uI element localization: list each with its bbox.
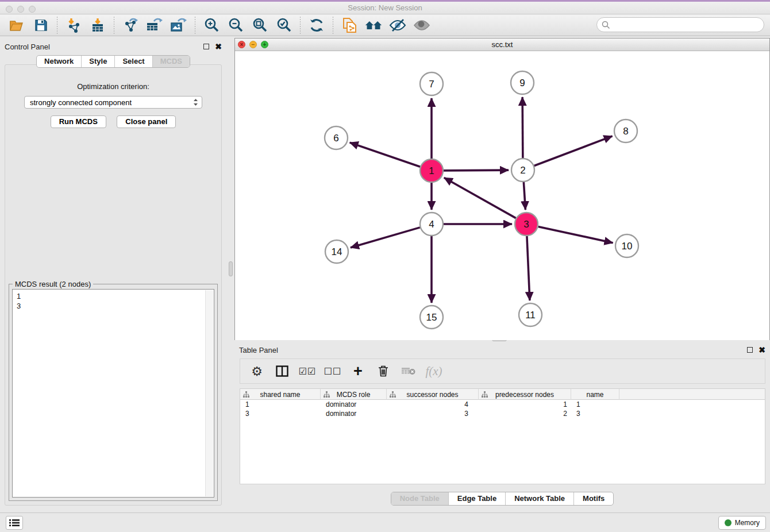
split-table-view-icon[interactable]: [272, 361, 292, 381]
table-cell[interactable]: 3: [571, 409, 619, 418]
tab-edge-table[interactable]: Edge Table: [448, 492, 505, 505]
graph-node-8[interactable]: 8: [614, 119, 637, 142]
first-neighbors-icon[interactable]: [365, 17, 382, 34]
edge-3-1[interactable]: [444, 178, 516, 218]
graph-node-6[interactable]: 6: [325, 126, 348, 149]
search-box[interactable]: [596, 17, 764, 32]
graph-node-3[interactable]: 3: [515, 213, 538, 236]
table-cell[interactable]: 4: [387, 400, 479, 409]
zoom-out-icon[interactable]: [227, 17, 244, 34]
column-header-predecessor-nodes[interactable]: predecessor nodes: [479, 389, 571, 400]
table-row[interactable]: 3dominator323: [240, 409, 765, 418]
edge-3-11[interactable]: [527, 236, 530, 300]
edge-1-2[interactable]: [444, 170, 509, 171]
zoom-in-icon[interactable]: [203, 17, 220, 34]
zoom-fit-icon[interactable]: [251, 17, 268, 34]
mcds-result-values: 1 3: [13, 290, 214, 313]
edge-2-9[interactable]: [522, 97, 523, 158]
edge-4-14[interactable]: [351, 228, 420, 248]
import-network-icon[interactable]: [65, 17, 82, 34]
zoom-selected-icon[interactable]: [275, 17, 292, 34]
table-cell[interactable]: dominator: [321, 400, 387, 409]
table-cell[interactable]: 3: [240, 409, 321, 418]
tab-style[interactable]: Style: [81, 56, 114, 67]
result-scrollbar[interactable]: [205, 290, 213, 496]
table-cell[interactable]: 1: [479, 400, 571, 409]
mcds-result-textarea[interactable]: 1 3: [12, 289, 214, 498]
export-network-icon[interactable]: [122, 17, 139, 34]
column-header-successor-nodes[interactable]: successor nodes: [387, 389, 479, 400]
edge-2-3[interactable]: [523, 182, 525, 210]
graph-node-14[interactable]: 14: [325, 240, 348, 263]
refresh-view-icon[interactable]: [308, 17, 325, 34]
svg-text:1: 1: [429, 165, 434, 176]
svg-text:7: 7: [429, 79, 434, 90]
graph-node-2[interactable]: 2: [511, 159, 534, 182]
graph-node-1[interactable]: 1: [420, 159, 443, 182]
edge-2-8[interactable]: [534, 136, 613, 166]
select-all-columns-icon[interactable]: ☑☑: [298, 361, 317, 381]
table-panel-float-icon[interactable]: [747, 347, 753, 353]
hide-selected-icon[interactable]: [389, 17, 406, 34]
network-canvas[interactable]: 7968124314101511: [235, 51, 769, 340]
criterion-select[interactable]: strongly connected component: [24, 96, 202, 109]
open-session-icon[interactable]: [8, 17, 25, 34]
graph-node-7[interactable]: 7: [420, 72, 443, 95]
memory-button[interactable]: Memory: [718, 516, 766, 530]
delete-table-icon[interactable]: [399, 361, 418, 381]
column-header-MCDS-role[interactable]: MCDS role: [321, 389, 387, 400]
column-header-name[interactable]: name: [571, 389, 619, 400]
memory-status-dot-icon: [725, 519, 732, 526]
save-session-icon[interactable]: [32, 17, 49, 34]
close-panel-button[interactable]: Close panel: [117, 115, 176, 128]
table-cell[interactable]: 1: [571, 400, 619, 409]
table-cell[interactable]: 3: [387, 409, 479, 418]
app-titlebar: Session: New Session: [0, 2, 770, 14]
table-cell[interactable]: 1: [240, 400, 321, 409]
table-options-gear-icon[interactable]: ⚙: [247, 361, 267, 381]
table-cell[interactable]: 2: [479, 409, 571, 418]
table-row[interactable]: 1dominator411: [240, 400, 765, 409]
import-table-icon[interactable]: [89, 17, 106, 34]
control-panel-float-icon[interactable]: [203, 44, 209, 49]
column-tree-icon: [390, 391, 396, 398]
table-panel-tabs: Node TableEdge TableNetwork TableMotifs: [391, 492, 614, 506]
tab-motifs[interactable]: Motifs: [573, 492, 613, 505]
control-panel-close-icon[interactable]: ✖: [215, 44, 222, 49]
column-header-shared-name[interactable]: shared name: [240, 389, 321, 400]
node-table[interactable]: shared nameMCDS rolesuccessor nodesprede…: [240, 388, 765, 484]
table-cell[interactable]: dominator: [321, 409, 387, 418]
graph-node-10[interactable]: 10: [615, 234, 638, 257]
toolbar-separator: [195, 17, 195, 34]
vertical-splitter-handle[interactable]: [229, 261, 233, 276]
tab-network-table[interactable]: Network Table: [505, 492, 573, 505]
control-panel-tabs: NetworkStyleSelectMCDS: [36, 55, 190, 68]
run-mcds-button[interactable]: Run MCDS: [51, 115, 106, 128]
edge-1-6[interactable]: [350, 142, 420, 167]
mcds-panel: Optimization criterion: strongly connect…: [5, 64, 222, 506]
edge-3-10[interactable]: [538, 226, 613, 242]
tab-network[interactable]: Network: [37, 56, 81, 67]
export-table-icon[interactable]: [146, 17, 163, 34]
tab-select[interactable]: Select: [114, 56, 152, 67]
create-column-icon[interactable]: +: [348, 361, 368, 381]
deselect-all-columns-icon[interactable]: ☐☐: [323, 361, 342, 381]
graph-node-9[interactable]: 9: [511, 71, 534, 94]
graph-node-15[interactable]: 15: [420, 306, 443, 329]
table-panel-close-icon[interactable]: ✖: [759, 347, 765, 353]
duplicate-network-icon[interactable]: [341, 17, 358, 34]
graph-node-11[interactable]: 11: [519, 303, 542, 326]
table-body: 1dominator4113dominator323: [240, 400, 765, 418]
svg-text:11: 11: [525, 310, 536, 321]
tab-mcds[interactable]: MCDS: [152, 56, 190, 67]
tab-node-table[interactable]: Node Table: [391, 492, 448, 505]
delete-columns-icon[interactable]: [374, 361, 393, 381]
search-icon: [602, 21, 610, 29]
export-image-icon[interactable]: [170, 17, 187, 34]
apply-function-icon[interactable]: f(x): [424, 361, 444, 381]
network-window-titlebar[interactable]: × − + scc.txt: [235, 38, 769, 51]
task-history-button[interactable]: [6, 516, 23, 530]
show-all-icon[interactable]: [413, 17, 430, 34]
search-input[interactable]: [610, 21, 754, 29]
graph-node-4[interactable]: 4: [420, 213, 443, 236]
